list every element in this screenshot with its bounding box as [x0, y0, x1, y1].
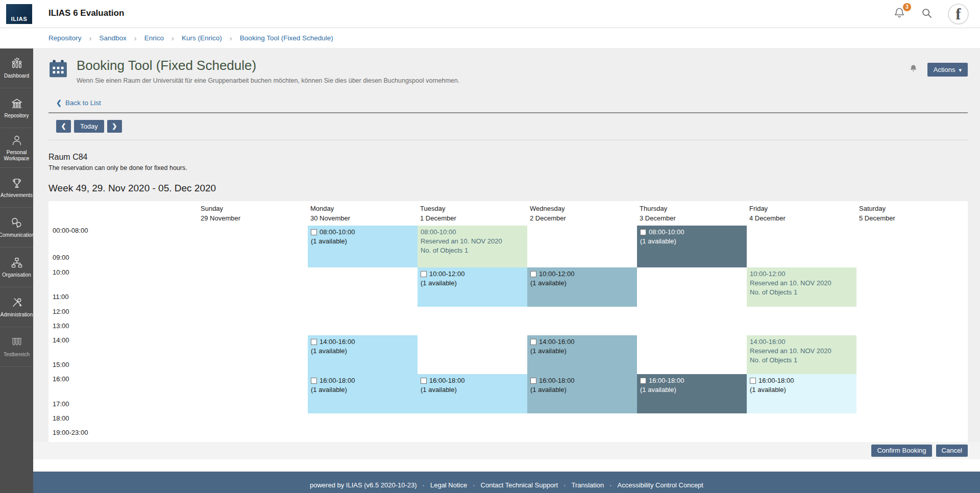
- footer-link-translation[interactable]: Translation: [571, 481, 604, 489]
- previous-week-button[interactable]: ❮: [56, 120, 71, 133]
- slot-time: 10:00-12:00: [429, 269, 464, 279]
- sidebar-item-dashboard[interactable]: Dashboard: [0, 48, 33, 88]
- booking-slot-friday-16-00-18-00[interactable]: 16:00-18:00(1 available): [747, 374, 856, 413]
- booking-slot-tuesday-16-00-18-00[interactable]: 16:00-18:00(1 available): [418, 374, 527, 413]
- booking-slot-wednesday-10-00-12-00[interactable]: 10:00-12:00(1 available): [527, 267, 637, 307]
- slot-availability: (1 available): [530, 347, 634, 356]
- breadcrumb-link-sandbox[interactable]: Sandbox: [100, 34, 127, 42]
- sidebar-item-repository[interactable]: Repository: [0, 88, 33, 128]
- footer-link-contact-technical-support[interactable]: Contact Technical Support: [481, 481, 558, 489]
- sidebar-item-communication[interactable]: Communication: [0, 208, 33, 248]
- booking-slot-tuesday-10-00-12-00[interactable]: 10:00-12:00(1 available): [418, 267, 527, 307]
- slot-time: 16:00-18:00: [429, 376, 464, 385]
- day-header-sunday: Sunday29 November: [201, 204, 240, 224]
- slot-time: 10:00-12:00: [750, 269, 853, 279]
- slot-time: 14:00-16:00: [320, 337, 355, 347]
- day-date: 3 December: [640, 214, 676, 224]
- next-week-button[interactable]: ❯: [107, 120, 122, 133]
- booking-slot-wednesday-14-00-16-00[interactable]: 14:00-16:00(1 available): [527, 335, 637, 374]
- chevron-right-icon: ›: [172, 34, 174, 42]
- slot-time: 16:00-18:00: [649, 376, 684, 385]
- repository-icon: [10, 97, 23, 110]
- booking-slot-monday-08-00-10-00[interactable]: 08:00-10:00(1 available): [308, 226, 418, 267]
- ilias-logo[interactable]: ILIAS: [6, 4, 32, 24]
- search-button[interactable]: [920, 7, 934, 22]
- day-header-friday: Friday4 December: [749, 204, 786, 224]
- powered-by-ilias-link[interactable]: powered by ILIAS (v6.5 2020-10-23): [310, 481, 417, 489]
- chevron-left-icon: ❮: [56, 99, 62, 107]
- room-title: Raum C84: [48, 153, 968, 162]
- day-name: Monday: [310, 204, 350, 214]
- time-label-12-00: 12:00: [53, 308, 69, 315]
- slot-availability: (1 available): [640, 385, 744, 395]
- today-button[interactable]: Today: [74, 120, 104, 133]
- slot-checkbox[interactable]: [421, 378, 427, 384]
- footer-separator: ·: [423, 481, 425, 489]
- time-label-15-00: 15:00: [53, 361, 69, 368]
- booking-slot-wednesday-16-00-18-00[interactable]: 16:00-18:00(1 available): [527, 374, 637, 413]
- footer-separator: ·: [609, 481, 611, 489]
- slot-availability: (1 available): [421, 385, 524, 395]
- slot-checkbox[interactable]: [530, 271, 536, 277]
- actions-button[interactable]: Actions▾: [927, 63, 968, 77]
- back-to-list-link[interactable]: ❮ Back to List: [56, 99, 101, 107]
- week-title: Week 49, 29. Nov 2020 - 05. Dec 2020: [48, 183, 968, 194]
- breadcrumb-link-booking-tool-fixed-schedule[interactable]: Booking Tool (Fixed Schedule): [240, 34, 333, 42]
- sidebar-item-personal-workspace[interactable]: Personal Workspace: [0, 128, 33, 168]
- time-label-14-00: 14:00: [53, 336, 69, 344]
- day-header-saturday: Saturday5 December: [859, 204, 895, 224]
- sidebar-item-achievements[interactable]: Achievements: [0, 168, 33, 208]
- object-bell-icon[interactable]: [909, 64, 918, 76]
- sidebar-item-administration[interactable]: Administration: [0, 287, 33, 327]
- slot-checkbox[interactable]: [640, 378, 646, 384]
- personal-workspace-icon: [10, 134, 23, 147]
- chevron-right-icon: ›: [89, 34, 92, 42]
- user-avatar[interactable]: f: [948, 4, 969, 24]
- week-schedule-grid: Sunday29 NovemberMonday30 NovemberTuesda…: [48, 201, 968, 442]
- day-header-monday: Monday30 November: [310, 204, 350, 224]
- slot-checkbox[interactable]: [530, 339, 536, 345]
- slot-availability: (1 available): [311, 237, 414, 246]
- breadcrumb-link-repository[interactable]: Repository: [48, 34, 82, 42]
- slot-availability: (1 available): [750, 385, 853, 395]
- time-label-00-00-08-00: 00:00-08:00: [53, 227, 88, 234]
- slot-availability: (1 available): [530, 385, 634, 395]
- footer-link-legal-notice[interactable]: Legal Notice: [430, 481, 467, 489]
- sidebar-item-label: Personal Workspace: [0, 150, 33, 162]
- day-header-tuesday: Tuesday1 December: [420, 204, 456, 224]
- sidebar-item-label: Dashboard: [3, 73, 30, 80]
- app-title: ILIAS 6 Evaluation: [48, 8, 124, 18]
- notifications-button[interactable]: 3: [893, 7, 906, 22]
- slot-checkbox[interactable]: [421, 271, 427, 277]
- sidebar-item-testbereich[interactable]: Testbereich: [0, 327, 33, 367]
- footer-separator: ·: [473, 481, 475, 489]
- footer-separator: ·: [564, 481, 566, 489]
- slot-checkbox[interactable]: [311, 229, 317, 235]
- slot-checkbox[interactable]: [311, 378, 317, 384]
- day-name: Sunday: [201, 204, 240, 214]
- day-date: 2 December: [530, 214, 566, 224]
- booking-slot-thursday-16-00-18-00[interactable]: 16:00-18:00(1 available): [637, 374, 747, 413]
- page-title: Booking Tool (Fixed Schedule): [77, 58, 459, 73]
- slot-checkbox[interactable]: [640, 229, 646, 235]
- slot-checkbox[interactable]: [530, 378, 536, 384]
- time-label-09-00: 09:00: [53, 254, 69, 261]
- time-label-11-00: 11:00: [53, 293, 69, 301]
- booking-slot-monday-16-00-18-00[interactable]: 16:00-18:00(1 available): [308, 374, 418, 413]
- slot-time: 16:00-18:00: [758, 376, 794, 385]
- confirm-booking-button[interactable]: Confirm Booking: [871, 445, 932, 457]
- slot-time: 10:00-12:00: [539, 269, 574, 279]
- breadcrumb-link-kurs-enrico[interactable]: Kurs (Enrico): [182, 34, 222, 42]
- sidebar-item-organisation[interactable]: Organisation: [0, 248, 33, 287]
- slot-checkbox[interactable]: [750, 378, 756, 384]
- cancel-button[interactable]: Cancel: [936, 445, 968, 457]
- booking-slot-thursday-08-00-10-00[interactable]: 08:00-10:00(1 available): [637, 226, 747, 267]
- breadcrumb-link-enrico[interactable]: Enrico: [144, 34, 164, 42]
- sidebar-item-label: Administration: [0, 312, 34, 318]
- slot-time: 08:00-10:00: [320, 228, 355, 237]
- footer-link-accessibility-control-concept[interactable]: Accessibility Control Concept: [618, 481, 703, 489]
- slot-checkbox[interactable]: [311, 339, 317, 345]
- slot-time: 14:00-16:00: [750, 337, 853, 347]
- booking-slot-monday-14-00-16-00[interactable]: 14:00-16:00(1 available): [308, 335, 418, 374]
- day-date: 4 December: [749, 214, 786, 224]
